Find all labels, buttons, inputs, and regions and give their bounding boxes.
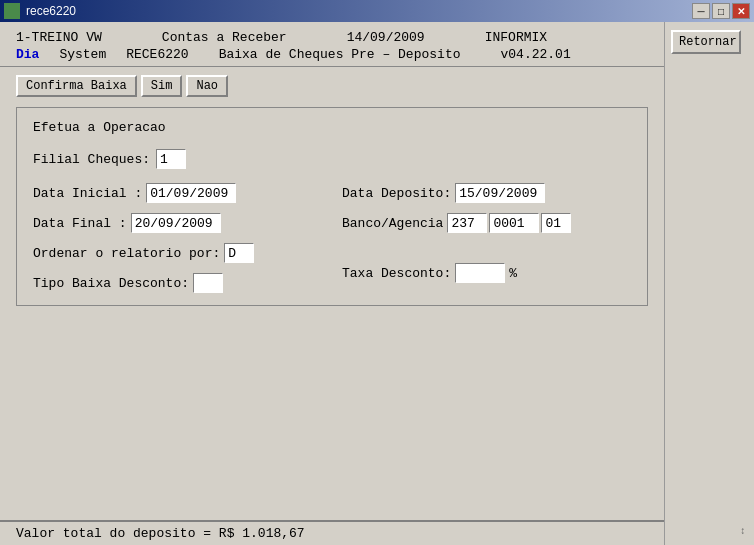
form-section: Efetua a Operacao Filial Cheques: Data I… [16,107,648,306]
status-bar: Valor total do deposito = R$ 1.018,67 [0,520,664,545]
program-label: RECE6220 [126,47,188,62]
operation-row: Efetua a Operacao [33,120,631,135]
title-bar: rece6220 ─ □ ✕ [0,0,754,22]
tipo-baixa-label: Tipo Baixa Desconto: [33,276,189,291]
header-row2: Dia System RECE6220 Baixa de Cheques Pre… [16,47,648,62]
window-title: rece6220 [26,4,76,18]
main-layout: 1-TREINO VW Contas a Receber 14/09/2009 … [0,22,754,545]
tipo-baixa-row: Tipo Baixa Desconto: [33,273,322,293]
col-right: Data Deposito: Banco/Agencia Taxa Descon… [322,183,631,293]
data-final-row: Data Final : [33,213,322,233]
data-inicial-input[interactable] [146,183,236,203]
status-text: Valor total do deposito = R$ 1.018,67 [16,526,305,541]
sim-button[interactable]: Sim [141,75,183,97]
data-deposito-label: Data Deposito: [342,186,451,201]
data-deposito-input[interactable] [455,183,545,203]
taxa-desconto-label: Taxa Desconto: [342,266,451,281]
retornar-button[interactable]: Retornar [671,30,741,54]
operation-label: Efetua a Operacao [33,120,166,135]
data-inicial-label: Data Inicial : [33,186,142,201]
dia-label: Dia [16,47,39,62]
ordenar-row: Ordenar o relatorio por: [33,243,322,263]
title-bar-text: rece6220 [4,3,76,19]
banco-agencia-label: Banco/Agencia [342,216,443,231]
two-col: Data Inicial : Data Final : Ordenar o re… [33,183,631,293]
maximize-button[interactable]: □ [712,3,730,19]
description-label: Baixa de Cheques Pre – Deposito [219,47,461,62]
minimize-button[interactable]: ─ [692,3,710,19]
data-final-label: Data Final : [33,216,127,231]
title-bar-controls: ─ □ ✕ [692,3,750,19]
date-label: 14/09/2009 [347,30,425,45]
data-deposito-row: Data Deposito: [342,183,631,203]
module-label: Contas a Receber [162,30,287,45]
confirma-baixa-button[interactable]: Confirma Baixa [16,75,137,97]
banco-agencia-row: Banco/Agencia [342,213,631,233]
filial-label: Filial Cheques: [33,152,150,167]
app-icon [4,3,20,19]
company-label: 1-TREINO VW [16,30,102,45]
taxa-desconto-row: Taxa Desconto: % [342,263,631,283]
header-info: 1-TREINO VW Contas a Receber 14/09/2009 … [0,22,664,67]
system-name-label: INFORMIX [485,30,547,45]
col-left: Data Inicial : Data Final : Ordenar o re… [33,183,322,293]
system-label: System [59,47,106,62]
data-final-input[interactable] [131,213,221,233]
header-row1: 1-TREINO VW Contas a Receber 14/09/2009 … [16,30,648,45]
content-area: 1-TREINO VW Contas a Receber 14/09/2009 … [0,22,664,545]
filial-row: Filial Cheques: [33,149,631,169]
ordenar-label: Ordenar o relatorio por: [33,246,220,261]
scroll-indicator: ↕ [671,526,748,537]
taxa-desconto-input[interactable] [455,263,505,283]
version-label: v04.22.01 [500,47,570,62]
filial-input[interactable] [156,149,186,169]
nao-button[interactable]: Nao [186,75,228,97]
right-panel: Retornar ↕ [664,22,754,545]
close-button[interactable]: ✕ [732,3,750,19]
form-area: Efetua a Operacao Filial Cheques: Data I… [0,103,664,520]
toolbar: Confirma Baixa Sim Nao [0,69,664,103]
banco-input[interactable] [447,213,487,233]
ordenar-input[interactable] [224,243,254,263]
data-inicial-row: Data Inicial : [33,183,322,203]
tipo-baixa-input[interactable] [193,273,223,293]
agencia-input[interactable] [489,213,539,233]
conta-input[interactable] [541,213,571,233]
taxa-symbol: % [509,266,517,281]
